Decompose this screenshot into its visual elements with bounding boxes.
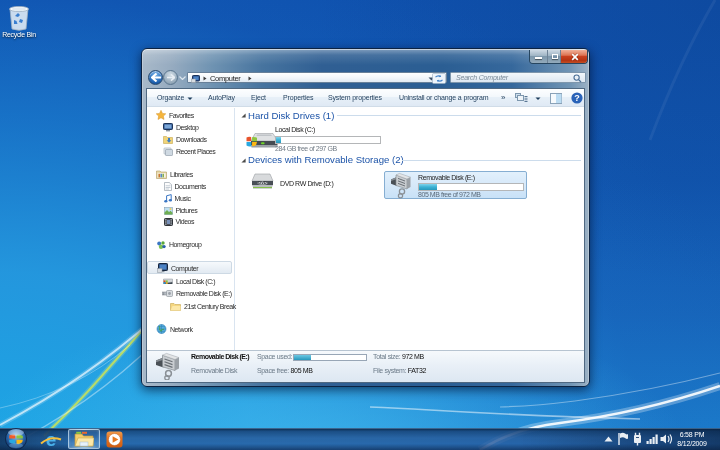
- svg-text:DVD: DVD: [258, 180, 267, 185]
- svg-text:?: ?: [574, 93, 580, 103]
